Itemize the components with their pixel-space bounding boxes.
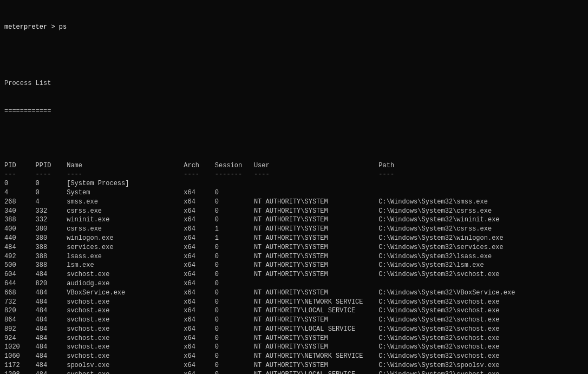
table-row: 1020 484 svchost.exe x64 0 NT AUTHORITY\… xyxy=(4,343,584,352)
table-dashes: --- ---- ---- ---- ------- ---- ---- xyxy=(4,170,584,179)
table-row: 484 388 services.exe x64 0 NT AUTHORITY\… xyxy=(4,243,584,252)
table-row: 388 332 wininit.exe x64 0 NT AUTHORITY\S… xyxy=(4,215,584,225)
table-row: 820 484 svchost.exe x64 0 NT AUTHORITY\L… xyxy=(4,306,584,316)
process-table: PID PPID Name Arch Session User Path--- … xyxy=(4,161,584,374)
table-header: PID PPID Name Arch Session User Path xyxy=(4,161,584,170)
table-row: 0 0 [System Process] xyxy=(4,179,584,188)
table-row: 4 0 System x64 0 xyxy=(4,188,584,198)
table-row: 500 388 lsm.exe x64 0 NT AUTHORITY\SYSTE… xyxy=(4,261,584,270)
blank-line xyxy=(4,52,584,61)
table-row: 924 484 svchost.exe x64 0 NT AUTHORITY\S… xyxy=(4,334,584,343)
table-row: 400 380 csrss.exe x64 1 NT AUTHORITY\SYS… xyxy=(4,225,584,234)
table-row: 268 4 smss.exe x64 0 NT AUTHORITY\SYSTEM… xyxy=(4,198,584,207)
table-row: 1172 484 spoolsv.exe x64 0 NT AUTHORITY\… xyxy=(4,361,584,370)
command-prompt: meterpreter > ps xyxy=(4,23,584,32)
section-title: Process List xyxy=(4,79,584,88)
table-row: 340 332 csrss.exe x64 0 NT AUTHORITY\SYS… xyxy=(4,207,584,216)
terminal-window: meterpreter > ps Process List ==========… xyxy=(4,4,584,374)
table-row: 892 484 svchost.exe x64 0 NT AUTHORITY\L… xyxy=(4,325,584,334)
separator: ============ xyxy=(4,107,584,116)
table-row: 864 484 svchost.exe x64 0 NT AUTHORITY\S… xyxy=(4,316,584,325)
table-row: 604 484 svchost.exe x64 0 NT AUTHORITY\S… xyxy=(4,270,584,279)
table-row: 644 820 audiodg.exe x64 0 xyxy=(4,279,584,288)
table-row: 668 484 VBoxService.exe x64 0 NT AUTHORI… xyxy=(4,288,584,298)
table-row: 1060 484 svchost.exe x64 0 NT AUTHORITY\… xyxy=(4,352,584,361)
blank-line2 xyxy=(4,134,584,143)
table-row: 492 388 lsass.exe x64 0 NT AUTHORITY\SYS… xyxy=(4,252,584,261)
table-row: 440 380 winlogon.exe x64 1 NT AUTHORITY\… xyxy=(4,234,584,243)
table-row: 732 484 svchost.exe x64 0 NT AUTHORITY\N… xyxy=(4,298,584,307)
table-row: 1208 484 svchost.exe x64 0 NT AUTHORITY\… xyxy=(4,370,584,374)
